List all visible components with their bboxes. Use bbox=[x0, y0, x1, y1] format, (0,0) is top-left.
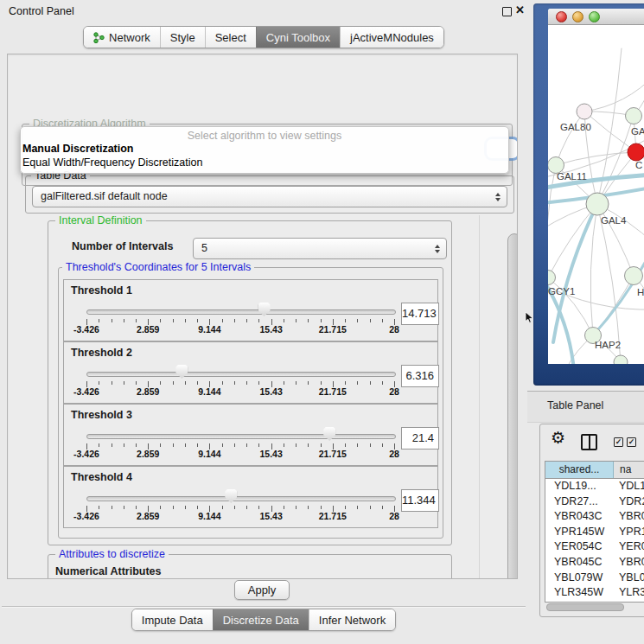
network-graph[interactable]: GAL80GACGAL11GAL4GCY1HHAP2 bbox=[548, 24, 644, 364]
cell-shared-name[interactable]: YLR345W bbox=[545, 585, 614, 601]
tab-jactivemnodules[interactable]: jActiveMNodules bbox=[340, 27, 443, 48]
column-header-shared-name[interactable]: shared... bbox=[545, 462, 614, 478]
cell-name[interactable]: YBR0 bbox=[614, 509, 644, 525]
slider-tick-label: 2.859 bbox=[137, 386, 159, 397]
graph-edge bbox=[556, 112, 584, 165]
cell-shared-name[interactable]: YBL079W bbox=[545, 571, 614, 586]
tab-label: Style bbox=[170, 31, 195, 44]
cell-name[interactable]: YIL0 bbox=[614, 601, 644, 603]
graph-node-h[interactable] bbox=[625, 267, 643, 285]
threshold-value-field[interactable]: 21.4 bbox=[401, 427, 439, 450]
column-header-name[interactable]: na bbox=[614, 462, 644, 478]
threshold-value-field[interactable]: 14.713 bbox=[401, 303, 439, 325]
cell-name[interactable]: YBL0 bbox=[614, 571, 644, 586]
cell-name[interactable]: YER0 bbox=[614, 539, 644, 555]
panel-divider bbox=[2, 606, 526, 607]
cell-shared-name[interactable]: YER054C bbox=[545, 539, 614, 555]
table-row[interactable]: YBR043CYBR0 bbox=[545, 509, 644, 525]
table-header-row: shared... na bbox=[545, 462, 644, 479]
combo-stepper-icon bbox=[495, 193, 501, 201]
table-panel-title: Table Panel bbox=[547, 399, 603, 411]
graph-node-gal80[interactable] bbox=[577, 104, 592, 119]
table-row[interactable]: YER054CYER0 bbox=[545, 539, 644, 555]
number-of-intervals-combobox[interactable]: 5 bbox=[193, 238, 447, 259]
table-row[interactable]: YBR045CYBR0 bbox=[545, 555, 644, 571]
table-row[interactable]: YBL079WYBL0 bbox=[545, 571, 644, 586]
cell-shared-name[interactable]: YDR27... bbox=[545, 494, 614, 510]
viewport-edge bbox=[479, 215, 480, 579]
mouse-cursor bbox=[525, 312, 536, 324]
apply-button[interactable]: Apply bbox=[234, 580, 290, 600]
float-window-icon[interactable] bbox=[502, 7, 512, 16]
dropdown-option-manual-discretization[interactable]: Manual Discretization bbox=[21, 142, 508, 156]
network-window-titlebar[interactable] bbox=[548, 9, 644, 25]
cell-name[interactable]: YLR3 bbox=[614, 585, 644, 601]
zoom-window-button[interactable] bbox=[589, 11, 600, 22]
graph-node-gal4[interactable] bbox=[586, 193, 609, 215]
graph-node-label: GAL11 bbox=[557, 171, 587, 182]
table-row[interactable]: YPR145WYPR1 bbox=[545, 525, 644, 540]
graph-edge bbox=[593, 276, 634, 335]
threshold-label: Threshold 3 bbox=[71, 409, 132, 421]
cell-shared-name[interactable]: YBR045C bbox=[545, 555, 614, 571]
close-window-button[interactable] bbox=[556, 11, 567, 22]
tab-discretize-data[interactable]: Discretize Data bbox=[213, 609, 309, 630]
table-row[interactable]: YDL19...YDL1 bbox=[545, 479, 644, 494]
table-row[interactable]: YDR27...YDR2 bbox=[545, 494, 644, 510]
slider-tick-label: 15.43 bbox=[259, 449, 282, 459]
slider-tick-label: 21.715 bbox=[319, 386, 347, 397]
cell-shared-name[interactable]: YPR145W bbox=[545, 525, 614, 540]
threshold-panel-4: Threshold 4-3.4262.8599.14415.4321.71528… bbox=[63, 466, 438, 528]
table-data-combobox[interactable]: galFiltered.sif default node bbox=[32, 186, 507, 207]
slider-track[interactable] bbox=[86, 372, 396, 377]
tab-infer-network[interactable]: Infer Network bbox=[309, 609, 395, 630]
slider-tick-label: -3.426 bbox=[73, 511, 99, 521]
vertical-scrollbar[interactable] bbox=[507, 233, 518, 579]
graph-node-label: GCY1 bbox=[548, 286, 575, 296]
dropdown-option-equal-width-frequency[interactable]: Equal Width/Frequency Discretization bbox=[21, 156, 508, 169]
tab-label: Network bbox=[109, 31, 150, 44]
bottom-tab-group: Impute DataDiscretize DataInfer Network bbox=[131, 609, 396, 631]
tab-network[interactable]: Network bbox=[84, 27, 160, 48]
top-tab-bar: NetworkStyleSelectCyni ToolboxjActiveMNo… bbox=[0, 26, 527, 48]
tab-impute-data[interactable]: Impute Data bbox=[132, 609, 213, 630]
table-row[interactable]: YLR345WYLR3 bbox=[545, 585, 644, 601]
checkbox-icon[interactable]: ✓ bbox=[614, 437, 623, 447]
graph-node-red[interactable] bbox=[628, 143, 644, 161]
number-of-intervals-value: 5 bbox=[201, 239, 207, 258]
gear-icon[interactable]: ⚙ bbox=[551, 428, 565, 448]
threshold-value-field[interactable]: 6.316 bbox=[401, 365, 439, 387]
graph-node-label: GA bbox=[631, 126, 644, 137]
checkbox-icon[interactable]: ✓ bbox=[627, 437, 636, 447]
cell-name[interactable]: YDR2 bbox=[614, 494, 644, 510]
slider-ticks bbox=[86, 319, 394, 326]
slider-tick-label: 15.43 bbox=[259, 511, 282, 521]
slider-tick-label: 21.715 bbox=[319, 324, 347, 335]
cell-shared-name[interactable]: YBR043C bbox=[545, 509, 614, 525]
graph-node-gal3[interactable] bbox=[626, 108, 642, 124]
slider-track[interactable] bbox=[86, 434, 396, 439]
slider-tick-label: 21.715 bbox=[319, 449, 347, 459]
screen: Control Panel ✕ NetworkStyleSelectCyni T… bbox=[0, 0, 644, 644]
cell-name[interactable]: YPR1 bbox=[614, 525, 644, 540]
minimize-window-button[interactable] bbox=[572, 11, 583, 22]
cell-name[interactable]: YBR0 bbox=[614, 555, 644, 571]
split-columns-icon[interactable] bbox=[581, 434, 597, 450]
tab-cyni-toolbox[interactable]: Cyni Toolbox bbox=[256, 27, 340, 48]
threshold-value-field[interactable]: 11.344 bbox=[401, 489, 439, 512]
tab-style[interactable]: Style bbox=[160, 27, 205, 48]
cell-shared-name[interactable]: YIL052C bbox=[545, 601, 614, 603]
table-row[interactable]: YIL052CYIL0 bbox=[545, 601, 644, 603]
slider-track[interactable] bbox=[86, 309, 396, 315]
graph-node-label: C bbox=[635, 160, 642, 170]
interval-definition-group-title: Interval Definition bbox=[55, 214, 146, 227]
table-data-combobox-value: galFiltered.sif default node bbox=[41, 187, 168, 206]
slider-tick-label: 2.859 bbox=[137, 449, 159, 459]
tab-select[interactable]: Select bbox=[205, 27, 256, 48]
slider-track[interactable] bbox=[86, 496, 396, 501]
algorithm-dropdown-popup: Select algorithm to view settings Manual… bbox=[20, 126, 509, 174]
cell-name[interactable]: YDL1 bbox=[614, 479, 644, 494]
horizontal-scrollbar[interactable] bbox=[546, 603, 624, 611]
close-icon[interactable]: ✕ bbox=[515, 3, 525, 16]
cell-shared-name[interactable]: YDL19... bbox=[545, 479, 614, 494]
